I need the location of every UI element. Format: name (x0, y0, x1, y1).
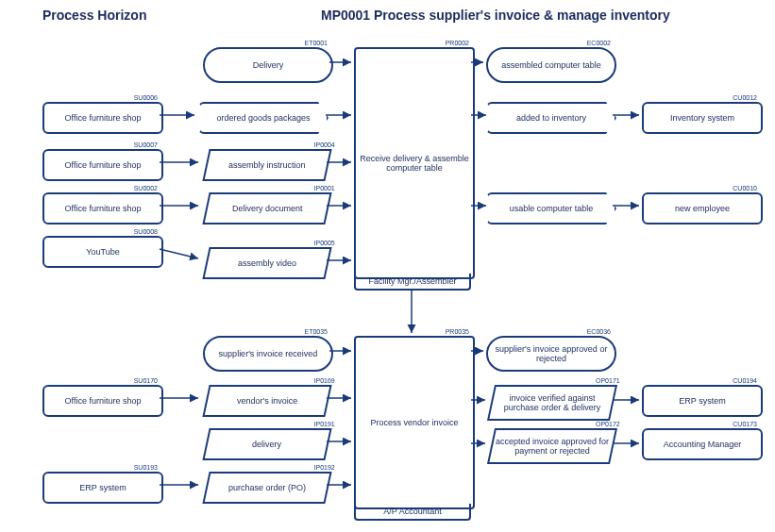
output-item: OP0009usable computer table (486, 192, 616, 224)
customer-box: CU0012Inventory system (642, 102, 763, 134)
input-doc: IP0001Delivery document (202, 192, 331, 224)
input-doc: IP0169vendor's invoice (202, 385, 331, 417)
supplier-box: SU0193ERP system (42, 472, 163, 504)
process-role: Facility Mgr./Assembler (354, 274, 471, 291)
supplier-box: SU0006Office furniture shop (42, 102, 163, 134)
input-doc: IP0005assembly video (202, 247, 331, 279)
process-box: PR0002Receive delivery & assemble comput… (354, 47, 475, 279)
process-role: A/P Accountant (354, 504, 471, 521)
process-box: PR0035Process vendor invoice (354, 336, 475, 509)
title-left: Process Horizon (42, 8, 146, 23)
output-item: OP0011added to inventory (486, 102, 616, 134)
supplier-box: SU0008YouTube (42, 236, 163, 268)
supplier-box: SU0170Office furniture shop (42, 385, 163, 417)
input-item: IP0003ordered goods packages (198, 102, 329, 134)
customer-box: CU0194ERP system (642, 385, 763, 417)
output-doc: OP0171invoice verified against purchase … (487, 385, 617, 421)
input-doc: IP0004assembly instruction (202, 149, 331, 181)
supplier-box: SU0007Office furniture shop (42, 149, 163, 181)
event-complete: EC0002assembled computer table (486, 47, 616, 83)
event-complete: EC0036supplier's invoice approved or rej… (486, 336, 616, 372)
output-doc: OP0172accepted invoice approved for paym… (487, 428, 617, 464)
svg-line-9 (160, 249, 198, 258)
event-trigger: ET0035supplier's invoice received (203, 336, 333, 372)
customer-box: CU0010new employee (642, 192, 763, 224)
customer-box: CU0173Accounting Manager (642, 428, 763, 460)
input-doc: IP0191delivery (202, 428, 331, 460)
event-trigger: ET0001Delivery (203, 47, 333, 83)
input-doc: IP0192purchase order (PO) (202, 472, 331, 504)
title-right: MP0001 Process supplier's invoice & mana… (321, 8, 670, 23)
supplier-box: SU0002Office furniture shop (42, 192, 163, 224)
